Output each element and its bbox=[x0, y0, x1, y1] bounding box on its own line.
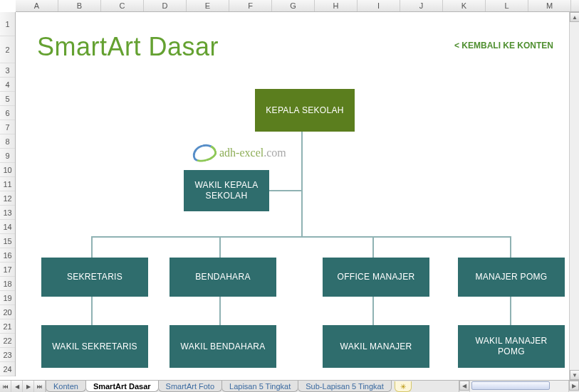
column-header-row: A B C D E F G H I J K L M bbox=[16, 0, 579, 12]
column-header[interactable]: A bbox=[16, 0, 58, 11]
row-header[interactable]: 2 bbox=[0, 36, 15, 63]
vertical-scrollbar[interactable]: ▲ ▼ bbox=[569, 12, 579, 380]
org-node-wakil-manajer[interactable]: WAKIL MANAJER bbox=[323, 325, 429, 368]
new-sheet-button[interactable]: ✳ bbox=[395, 381, 412, 392]
horizontal-scrollbar[interactable]: ◀ ▶ bbox=[459, 381, 579, 392]
tab-nav-prev-button[interactable]: ◀ bbox=[11, 381, 23, 392]
connector bbox=[372, 236, 374, 258]
column-header[interactable]: J bbox=[400, 0, 443, 11]
org-node-label: MANAJER POMG bbox=[476, 272, 548, 282]
column-header[interactable]: E bbox=[187, 0, 229, 11]
row-header[interactable]: 15 bbox=[0, 234, 15, 248]
tab-sub-lapisan-5-tingkat[interactable]: Sub-Lapisan 5 Tingkat bbox=[298, 381, 391, 392]
column-header[interactable]: G bbox=[272, 0, 315, 11]
row-header[interactable]: 6 bbox=[0, 106, 15, 120]
tab-nav-first-button[interactable]: ⏮ bbox=[0, 381, 11, 392]
org-node-label: WAKIL MANAJERPOMG bbox=[475, 336, 547, 357]
scroll-down-button[interactable]: ▼ bbox=[570, 370, 579, 380]
connector bbox=[267, 190, 301, 191]
connector bbox=[219, 236, 221, 258]
sheet-tab-bar: ⏮ ◀ ▶ ⏭ Konten SmartArt Dasar SmartArt F… bbox=[0, 380, 579, 392]
connector bbox=[301, 132, 303, 236]
connector bbox=[91, 236, 93, 258]
org-node-label: WAKIL KEPALASEKOLAH bbox=[194, 180, 258, 201]
org-node-label: BENDAHARA bbox=[195, 272, 250, 282]
column-header[interactable]: F bbox=[229, 0, 272, 11]
row-header[interactable]: 18 bbox=[0, 277, 15, 291]
org-node-label: KEPALA SEKOLAH bbox=[266, 105, 343, 116]
row-header[interactable]: 5 bbox=[0, 92, 15, 106]
tab-nav-buttons: ⏮ ◀ ▶ ⏭ bbox=[0, 381, 46, 392]
row-header[interactable]: 21 bbox=[0, 319, 15, 334]
page-title: SmartArt Dasar bbox=[37, 32, 219, 62]
column-header[interactable]: D bbox=[144, 0, 187, 11]
column-header[interactable]: C bbox=[101, 0, 144, 11]
row-header[interactable]: 14 bbox=[0, 220, 15, 234]
org-node-manajer-pomg[interactable]: MANAJER POMG bbox=[458, 258, 565, 297]
scroll-right-button[interactable]: ▶ bbox=[569, 381, 579, 391]
row-header[interactable]: 7 bbox=[0, 120, 15, 134]
scroll-up-button[interactable]: ▲ bbox=[570, 12, 579, 22]
org-node-kepala-sekolah[interactable]: KEPALA SEKOLAH bbox=[255, 89, 355, 132]
column-header[interactable]: K bbox=[443, 0, 486, 11]
hscroll-thumb[interactable] bbox=[471, 381, 550, 390]
connector bbox=[510, 297, 511, 325]
tab-smartart-dasar[interactable]: SmartArt Dasar bbox=[85, 381, 159, 392]
row-header[interactable]: 17 bbox=[0, 263, 15, 277]
back-to-contents-link[interactable]: < KEMBALI KE KONTEN bbox=[454, 41, 553, 51]
column-header[interactable]: B bbox=[58, 0, 101, 11]
org-node-sekretaris[interactable]: SEKRETARIS bbox=[41, 258, 148, 297]
row-header[interactable]: 9 bbox=[0, 149, 15, 163]
org-node-wakil-bendahara[interactable]: WAKIL BENDAHARA bbox=[169, 325, 276, 368]
row-header[interactable]: 16 bbox=[0, 248, 15, 263]
connector bbox=[91, 236, 511, 238]
row-header[interactable]: 4 bbox=[0, 78, 15, 92]
scroll-track[interactable] bbox=[570, 22, 579, 370]
org-node-wakil-manajer-pomg[interactable]: WAKIL MANAJERPOMG bbox=[458, 325, 565, 368]
connector bbox=[510, 236, 511, 258]
row-header[interactable]: 1 bbox=[0, 12, 15, 36]
org-chart[interactable]: KEPALA SEKOLAH WAKIL KEPALASEKOLAH SEKRE… bbox=[41, 83, 549, 382]
scroll-left-button[interactable]: ◀ bbox=[459, 381, 469, 391]
org-node-label: WAKIL SEKRETARIS bbox=[52, 341, 137, 352]
tab-konten[interactable]: Konten bbox=[46, 381, 86, 392]
worksheet-area[interactable]: SmartArt Dasar < KEMBALI KE KONTEN adh-e… bbox=[16, 12, 569, 380]
row-header-column: 1 2 3 4 5 6 7 8 9 10 11 12 13 14 15 16 1… bbox=[0, 12, 16, 376]
column-header[interactable]: I bbox=[358, 0, 400, 11]
row-header[interactable]: 19 bbox=[0, 291, 15, 305]
hscroll-track[interactable] bbox=[469, 381, 569, 392]
tab-nav-next-button[interactable]: ▶ bbox=[23, 381, 34, 392]
column-header[interactable]: L bbox=[486, 0, 528, 11]
org-node-label: OFFICE MANAJER bbox=[338, 272, 415, 282]
tab-nav-last-button[interactable]: ⏭ bbox=[34, 381, 46, 392]
row-header[interactable]: 13 bbox=[0, 206, 15, 220]
org-node-label: WAKIL BENDAHARA bbox=[181, 341, 266, 352]
org-node-wakil-kepala-sekolah[interactable]: WAKIL KEPALASEKOLAH bbox=[184, 170, 269, 211]
row-header[interactable]: 12 bbox=[0, 191, 15, 206]
row-header[interactable]: 20 bbox=[0, 305, 15, 319]
row-header[interactable]: 3 bbox=[0, 63, 15, 78]
org-node-label: WAKIL MANAJER bbox=[340, 341, 412, 352]
org-node-bendahara[interactable]: BENDAHARA bbox=[169, 258, 276, 297]
tab-smartart-foto[interactable]: SmartArt Foto bbox=[158, 381, 222, 392]
connector bbox=[219, 297, 221, 325]
connector bbox=[372, 297, 374, 325]
org-node-office-manajer[interactable]: OFFICE MANAJER bbox=[323, 258, 429, 297]
tab-lapisan-5-tingkat[interactable]: Lapisan 5 Tingkat bbox=[221, 381, 298, 392]
column-header[interactable]: M bbox=[528, 0, 571, 11]
column-header[interactable]: H bbox=[315, 0, 358, 11]
connector bbox=[91, 297, 93, 325]
row-header[interactable]: 24 bbox=[0, 362, 15, 376]
row-header[interactable]: 23 bbox=[0, 348, 15, 362]
row-header[interactable]: 22 bbox=[0, 334, 15, 348]
org-node-wakil-sekretaris[interactable]: WAKIL SEKRETARIS bbox=[41, 325, 148, 368]
row-header[interactable]: 11 bbox=[0, 177, 15, 191]
row-header[interactable]: 10 bbox=[0, 163, 15, 177]
org-node-label: SEKRETARIS bbox=[67, 272, 122, 282]
row-header[interactable]: 8 bbox=[0, 134, 15, 149]
sheet-tabs: Konten SmartArt Dasar SmartArt Foto Lapi… bbox=[46, 381, 412, 392]
